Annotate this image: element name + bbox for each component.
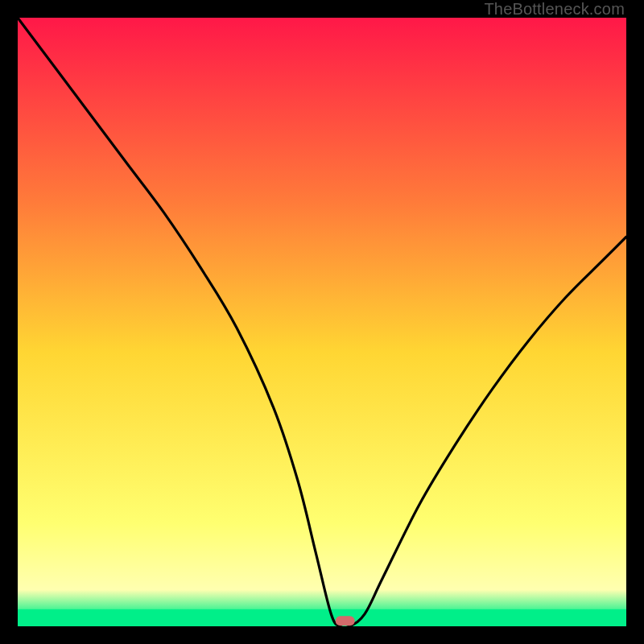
green-band [18, 609, 626, 626]
bottleneck-chart [18, 18, 626, 626]
optimum-marker [336, 616, 355, 625]
watermark-text: TheBottleneck.com [484, 0, 625, 19]
chart-background [18, 18, 626, 626]
